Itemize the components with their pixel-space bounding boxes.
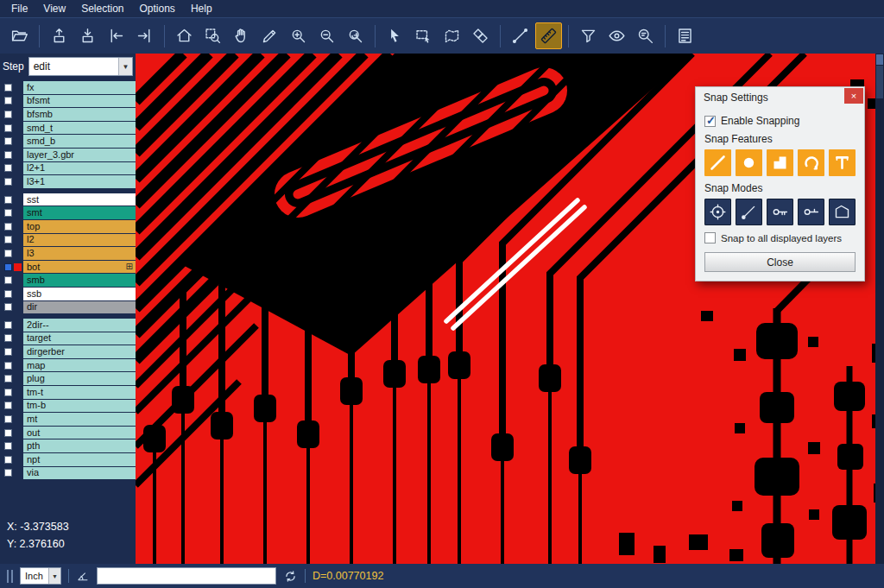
snap-feature-text-button[interactable]	[829, 149, 856, 176]
cursor-button[interactable]	[382, 22, 408, 49]
layer-visibility-cell[interactable]	[0, 467, 23, 480]
layer-visibility-cell[interactable]	[0, 206, 23, 219]
layer-checkbox[interactable]	[4, 124, 12, 132]
layer-name-dir[interactable]: dir	[23, 301, 136, 314]
layer-visibility-cell[interactable]	[0, 193, 23, 206]
chevron-down-icon[interactable]: ▼	[48, 568, 60, 584]
layer-row-smd_t[interactable]: smd_t	[0, 122, 136, 135]
layer-checkbox[interactable]	[4, 321, 12, 329]
draw-shape-button[interactable]	[256, 22, 283, 49]
layer-checkbox[interactable]	[4, 401, 12, 409]
layer-row-2dir--[interactable]: 2dir--	[0, 319, 136, 332]
layer-visibility-cell[interactable]	[0, 247, 23, 260]
layer-row-ssb[interactable]: ssb	[0, 288, 136, 300]
layer-name-l2+1[interactable]: l2+1	[23, 162, 136, 175]
layer-checkbox[interactable]	[4, 178, 12, 186]
dialog-close-icon[interactable]: ×	[844, 88, 863, 104]
layer-name-dirgerber[interactable]: dirgerber	[23, 345, 136, 358]
layer-name-layer_3.gbr[interactable]: layer_3.gbr	[23, 149, 136, 161]
menu-item-selection[interactable]: Selection	[73, 2, 131, 16]
layer-name-npt[interactable]: npt	[23, 453, 136, 466]
layer-name-smt[interactable]: smt	[23, 206, 136, 219]
refresh-icon[interactable]	[283, 569, 298, 584]
load-top-button[interactable]	[46, 22, 73, 49]
layer-row-smt[interactable]: smt	[0, 206, 136, 219]
layer-name-mt[interactable]: mt	[23, 413, 136, 426]
layer-visibility-cell[interactable]	[0, 413, 23, 426]
zoom-in-button[interactable]	[285, 22, 312, 49]
find-net-button[interactable]	[632, 22, 659, 49]
enable-snapping-checkbox[interactable]	[704, 116, 716, 127]
snap-mode-point-button[interactable]	[736, 199, 762, 225]
layer-name-smd_t[interactable]: smd_t	[23, 122, 136, 135]
menu-item-file[interactable]: File	[3, 2, 35, 16]
snap-mode-measure-y-button[interactable]	[798, 199, 824, 225]
zoom-out-button[interactable]	[313, 22, 340, 49]
snap-mode-center-button[interactable]	[704, 199, 731, 225]
layer-visibility-cell[interactable]	[0, 400, 23, 413]
zoom-reset-button[interactable]	[342, 22, 369, 49]
layer-checkbox[interactable]	[4, 209, 12, 217]
layer-row-plug[interactable]: plug	[0, 372, 136, 385]
transform-button[interactable]	[467, 22, 494, 49]
dialog-titlebar[interactable]: Snap Settings ×	[696, 87, 864, 108]
layer-name-fx[interactable]: fx	[23, 81, 136, 94]
layer-name-out[interactable]: out	[23, 427, 136, 439]
layer-checkbox[interactable]	[4, 250, 12, 257]
layer-checkbox[interactable]	[4, 290, 12, 298]
layer-checkbox[interactable]	[4, 111, 12, 118]
layer-row-dirgerber[interactable]: dirgerber	[0, 345, 136, 358]
layer-row-bfsmt[interactable]: bfsmt	[0, 95, 136, 108]
select-rect-button[interactable]	[410, 22, 437, 49]
enable-snapping-row[interactable]: Enable Snapping	[704, 115, 856, 127]
layer-visibility-cell[interactable]	[0, 332, 23, 345]
layer-checkbox[interactable]	[4, 303, 12, 311]
layer-name-tm-b[interactable]: tm-b	[23, 400, 136, 413]
layer-checkbox[interactable]	[4, 236, 12, 243]
layer-checkbox[interactable]	[4, 164, 12, 172]
insert-left-button[interactable]	[103, 22, 129, 49]
layer-visibility-cell[interactable]	[0, 319, 23, 332]
layer-checkbox[interactable]	[4, 415, 12, 423]
scrollbar-thumb[interactable]	[876, 66, 883, 98]
layer-name-top[interactable]: top	[23, 220, 136, 233]
measure-ruler-button[interactable]	[535, 22, 562, 49]
layer-row-tm-t[interactable]: tm-t	[0, 386, 136, 399]
layer-name-l3+1[interactable]: l3+1	[23, 175, 136, 188]
chevron-down-icon[interactable]: ▼	[118, 58, 132, 75]
layer-name-plug[interactable]: plug	[23, 372, 136, 385]
layer-visibility-cell[interactable]	[0, 175, 23, 188]
layer-row-l2+1[interactable]: l2+1	[0, 162, 136, 175]
layer-row-out[interactable]: out	[0, 427, 136, 439]
layer-visibility-cell[interactable]	[0, 95, 23, 108]
layer-name-map[interactable]: map	[23, 359, 136, 372]
layer-visibility-cell[interactable]	[0, 372, 23, 385]
layer-checkbox[interactable]	[4, 84, 12, 92]
layer-row-bfsmb[interactable]: bfsmb	[0, 108, 136, 121]
menu-item-view[interactable]: View	[35, 2, 73, 16]
snap-feature-arc-button[interactable]	[798, 149, 824, 176]
layer-row-via[interactable]: via	[0, 467, 136, 480]
layer-name-bot[interactable]: bot⊞	[23, 261, 136, 274]
scroll-up-button[interactable]	[876, 54, 883, 65]
select-region-button[interactable]	[439, 22, 465, 49]
layer-name-via[interactable]: via	[23, 467, 136, 480]
layer-row-dir[interactable]: dir	[0, 301, 136, 314]
layer-row-top[interactable]: top	[0, 220, 136, 233]
eye-button[interactable]	[603, 22, 630, 49]
layer-name-bfsmt[interactable]: bfsmt	[23, 95, 136, 108]
insert-right-button[interactable]	[131, 22, 158, 49]
measure-input[interactable]	[97, 567, 276, 585]
layer-visibility-cell[interactable]	[0, 345, 23, 358]
layer-row-fx[interactable]: fx	[0, 81, 136, 94]
layer-row-l3[interactable]: l3	[0, 247, 136, 260]
pan-hand-button[interactable]	[228, 22, 255, 49]
layer-visibility-cell[interactable]	[0, 386, 23, 399]
layer-checkbox[interactable]	[4, 389, 12, 396]
layer-checkbox[interactable]	[4, 442, 12, 450]
layer-row-layer_3.gbr[interactable]: layer_3.gbr	[0, 149, 136, 161]
layer-checkbox[interactable]	[4, 196, 12, 204]
layer-row-target[interactable]: target	[0, 332, 136, 345]
layer-checkbox[interactable]	[4, 456, 12, 464]
layer-name-2dir--[interactable]: 2dir--	[23, 319, 136, 332]
